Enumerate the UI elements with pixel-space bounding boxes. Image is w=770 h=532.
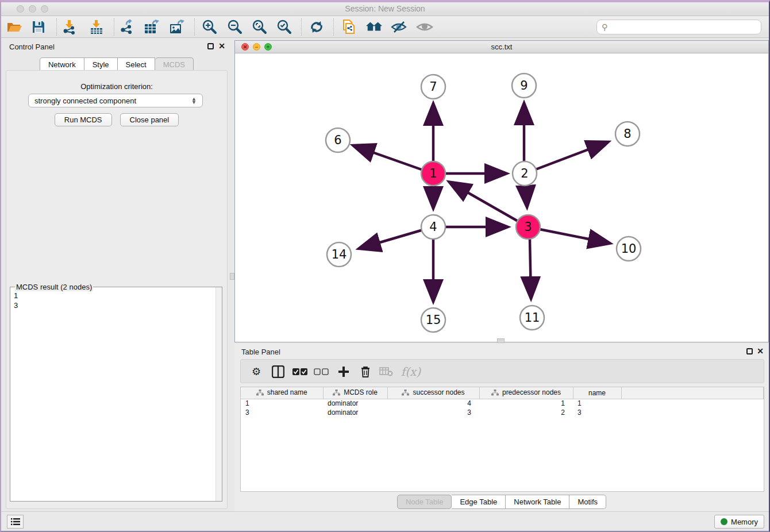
- table-cell[interactable]: 1: [241, 399, 323, 408]
- svg-text:8: 8: [623, 127, 631, 141]
- graph-node-6[interactable]: 6: [326, 128, 350, 152]
- graph-node-10[interactable]: 10: [617, 237, 641, 261]
- network-window-titlebar[interactable]: ✕ − + scc.txt: [235, 41, 768, 53]
- column-header-shared-name[interactable]: shared name: [241, 387, 323, 399]
- table-row[interactable]: 1dominator411: [241, 399, 764, 408]
- mcds-result-text[interactable]: 1 3: [14, 291, 18, 310]
- graph-node-11[interactable]: 11: [520, 306, 544, 330]
- column-header-MCDS-role[interactable]: MCDS role: [323, 387, 387, 399]
- table-cell[interactable]: 4: [387, 399, 479, 408]
- delete-table-icon[interactable]: [378, 363, 395, 380]
- graph-node-9[interactable]: 9: [512, 74, 536, 98]
- sort-hierarchy-icon: [491, 390, 499, 396]
- open-file-icon[interactable]: [6, 18, 23, 36]
- graph-node-8[interactable]: 8: [615, 122, 640, 146]
- close-panel-button[interactable]: Close panel: [120, 113, 179, 126]
- split-columns-icon[interactable]: [270, 363, 287, 380]
- network-canvas[interactable]: 7968124314101511: [235, 53, 768, 342]
- graph-node-7[interactable]: 7: [421, 75, 445, 99]
- memory-status-icon: [721, 518, 727, 525]
- table-cell[interactable]: 1: [573, 399, 621, 408]
- table-panel-float-icon[interactable]: [746, 348, 753, 354]
- delete-column-icon[interactable]: [357, 363, 374, 380]
- duplicate-network-icon[interactable]: [340, 18, 357, 36]
- export-network-icon[interactable]: [118, 18, 136, 36]
- node-table[interactable]: shared nameMCDS rolesuccessor nodesprede…: [240, 387, 764, 492]
- tab-network-table[interactable]: Network Table: [506, 495, 569, 509]
- export-table-icon[interactable]: [143, 18, 160, 36]
- tab-network[interactable]: Network: [40, 57, 84, 71]
- function-builder-icon[interactable]: f(x): [399, 363, 422, 380]
- tab-edge-table[interactable]: Edge Table: [452, 495, 506, 509]
- tab-motifs[interactable]: Motifs: [569, 495, 606, 509]
- network-graph: 7968124314101511: [235, 53, 768, 342]
- import-table-icon[interactable]: [88, 18, 105, 36]
- control-panel-close-icon[interactable]: ✕: [218, 41, 225, 51]
- memory-label: Memory: [731, 518, 758, 526]
- show-all-eye-icon[interactable]: [416, 18, 433, 36]
- hide-selected-eye-icon[interactable]: [390, 18, 407, 36]
- control-panel-float-icon[interactable]: [207, 43, 214, 49]
- graph-node-2[interactable]: 2: [513, 161, 537, 186]
- graph-node-14[interactable]: 14: [327, 242, 351, 267]
- vertical-splitter-handle[interactable]: [230, 273, 234, 280]
- search-box[interactable]: ⚲: [596, 20, 761, 34]
- table-panel: Table Panel ✕ ⚙ f(x) shared nameMCDS rol…: [234, 344, 769, 512]
- table-panel-close-icon[interactable]: ✕: [757, 346, 764, 356]
- import-network-icon[interactable]: [61, 18, 78, 36]
- select-all-rows-icon[interactable]: [291, 363, 309, 380]
- table-cell[interactable]: 1: [479, 399, 573, 408]
- table-cell[interactable]: 3: [573, 408, 621, 417]
- table-row[interactable]: 3dominator323: [241, 408, 764, 417]
- deselect-all-rows-icon[interactable]: [313, 363, 330, 380]
- network-window-title: scc.txt: [235, 43, 768, 51]
- home-layout-icon[interactable]: [365, 18, 383, 36]
- graph-edge-4-14[interactable]: [360, 230, 423, 248]
- graph-edge-2-3[interactable]: [526, 186, 527, 206]
- mcds-result-legend: MCDS result (2 nodes): [15, 283, 93, 291]
- zoom-out-icon[interactable]: [226, 18, 243, 36]
- column-header-successor-nodes[interactable]: successor nodes: [387, 387, 479, 399]
- graph-edge-3-1[interactable]: [451, 183, 519, 222]
- graph-node-3[interactable]: 3: [516, 215, 540, 239]
- search-icon: ⚲: [602, 22, 607, 32]
- graph-edge-3-11[interactable]: [530, 239, 531, 297]
- run-mcds-button[interactable]: Run MCDS: [55, 113, 112, 126]
- sort-hierarchy-icon: [333, 390, 340, 396]
- table-cell[interactable]: 2: [479, 408, 573, 417]
- table-settings-icon[interactable]: ⚙: [248, 363, 265, 380]
- search-input[interactable]: [607, 23, 761, 32]
- add-column-icon[interactable]: [335, 363, 352, 380]
- tab-style[interactable]: Style: [84, 57, 118, 71]
- zoom-fit-icon[interactable]: [251, 18, 268, 36]
- graph-edge-2-8[interactable]: [536, 142, 607, 169]
- tab-mcds[interactable]: MCDS: [155, 57, 194, 71]
- svg-text:3: 3: [524, 220, 532, 234]
- graph-edge-1-6[interactable]: [355, 146, 423, 170]
- graph-edge-3-10[interactable]: [540, 229, 609, 243]
- svg-text:11: 11: [525, 311, 540, 325]
- save-session-icon[interactable]: [30, 18, 47, 36]
- graph-node-4[interactable]: 4: [421, 215, 445, 239]
- task-history-button[interactable]: [7, 515, 24, 529]
- column-header-name[interactable]: name: [573, 387, 621, 399]
- zoom-selected-icon[interactable]: [275, 18, 292, 36]
- graph-node-1[interactable]: 1: [421, 161, 445, 186]
- result-scrollbar[interactable]: [215, 287, 222, 501]
- table-cell[interactable]: 3: [387, 408, 479, 417]
- column-header-predecessor-nodes[interactable]: predecessor nodes: [479, 387, 573, 399]
- table-cell[interactable]: dominator: [323, 399, 387, 408]
- memory-button[interactable]: Memory: [714, 515, 764, 529]
- sort-hierarchy-icon: [256, 390, 264, 396]
- tab-node-table[interactable]: Node Table: [397, 495, 452, 509]
- zoom-in-icon[interactable]: [201, 18, 218, 36]
- table-cell[interactable]: dominator: [323, 408, 387, 417]
- table-cell[interactable]: 3: [241, 408, 323, 417]
- tab-select[interactable]: Select: [118, 57, 155, 71]
- refresh-icon[interactable]: [308, 18, 325, 36]
- horizontal-splitter-handle[interactable]: [497, 338, 505, 343]
- criterion-dropdown[interactable]: strongly connected component ▲▼: [28, 94, 203, 107]
- export-image-icon[interactable]: [168, 18, 186, 36]
- table-panel-title: Table Panel: [241, 348, 280, 356]
- graph-node-15[interactable]: 15: [421, 308, 445, 332]
